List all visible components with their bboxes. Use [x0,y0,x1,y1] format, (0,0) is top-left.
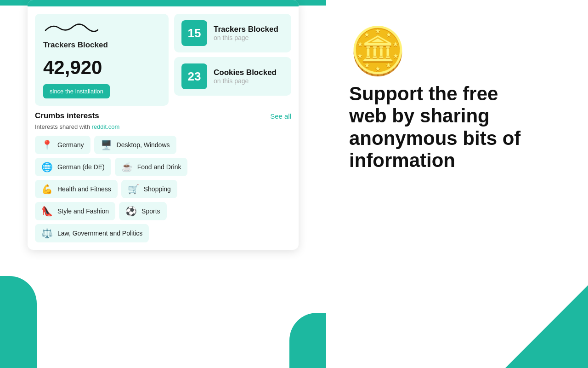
german-label: German (de DE) [57,163,105,171]
trackers-page-title: Trackers Blocked [214,25,278,34]
germany-label: Germany [57,141,84,149]
food-label: Food and Drink [137,163,181,171]
interest-row-3: 💪 Health and Fitness 🛒 Shopping [35,180,291,198]
interests-header: Crumbs interests See all [35,111,291,121]
interests-site: reddit.com [92,123,120,130]
teal-corner-decoration [505,285,588,368]
card-top-bar [28,0,299,6]
stats-row: Trackers Blocked 42,920 since the instal… [35,14,291,106]
interest-tag-food: ☕ Food and Drink [115,158,188,176]
health-icon: 💪 [41,184,53,194]
trackers-page-number: 15 [181,20,207,46]
cookies-page-text: Cookies Blocked on this page [214,68,277,85]
interest-tag-german: 🌐 German (de DE) [35,158,111,176]
sports-label: Sports [141,207,160,215]
trackers-page-text: Trackers Blocked on this page [214,25,278,41]
interest-tag-germany: 📍 Germany [35,136,90,154]
since-installation-button[interactable]: since the installation [43,84,110,98]
cookies-page-number: 23 [181,63,207,89]
interest-row-2: 🌐 German (de DE) ☕ Food and Drink [35,158,291,176]
interest-tag-sports: ⚽ Sports [119,202,166,220]
trackers-total-number: 42,920 [43,57,160,79]
interest-tags-container: 📍 Germany 🖥️ Desktop, Windows 🌐 German (… [35,136,291,242]
interest-row-4: 👠 Style and Fashion ⚽ Sports [35,202,291,220]
fashion-label: Style and Fashion [57,207,109,215]
interest-row-5: ⚖️ Law, Government and Politics [35,224,291,242]
see-all-link[interactable]: See all [270,112,291,120]
teal-bottom-right [289,313,326,368]
interest-tag-health: 💪 Health and Fitness [35,180,118,198]
shopping-label: Shopping [144,185,171,193]
interest-row-1: 📍 Germany 🖥️ Desktop, Windows [35,136,291,154]
interest-tag-desktop: 🖥️ Desktop, Windows [94,136,176,154]
fashion-icon: 👠 [41,207,53,216]
trackers-label: Trackers Blocked [43,40,160,50]
interests-subtitle: Interests shared with reddit.com [35,123,291,130]
wave-icon [43,21,98,35]
support-text: Support the free web by sharing anonymou… [349,83,524,172]
shopping-icon: 🛒 [128,184,139,194]
coins-emoji: 🪙 [349,28,407,74]
main-card: Trackers Blocked 42,920 since the instal… [28,0,299,250]
law-icon: ⚖️ [41,229,53,238]
law-label: Law, Government and Politics [57,230,142,237]
interests-section: Crumbs interests See all Interests share… [35,111,291,242]
teal-bottom-left [0,276,37,368]
trackers-total-block: Trackers Blocked 42,920 since the instal… [35,14,169,106]
interest-tag-shopping: 🛒 Shopping [121,180,177,198]
cookies-page-title: Cookies Blocked [214,68,277,77]
page-stats-column: 15 Trackers Blocked on this page 23 Cook… [174,14,291,106]
desktop-icon: 🖥️ [101,140,112,150]
trackers-page-subtitle: on this page [214,34,278,41]
interest-tag-fashion: 👠 Style and Fashion [35,202,115,220]
right-panel: 🪙💰 🪙 Support the free web by sharing ano… [326,0,588,368]
cookies-page-badge: 23 Cookies Blocked on this page [174,57,291,96]
sports-icon: ⚽ [125,207,137,216]
germany-icon: 📍 [41,140,53,150]
food-icon: ☕ [121,162,133,172]
interest-tag-law: ⚖️ Law, Government and Politics [35,224,149,242]
german-icon: 🌐 [41,162,53,172]
trackers-page-badge: 15 Trackers Blocked on this page [174,14,291,52]
left-panel: Trackers Blocked 42,920 since the instal… [0,0,326,368]
health-label: Health and Fitness [57,185,111,193]
cookies-page-subtitle: on this page [214,77,277,85]
interests-title: Crumbs interests [35,111,99,121]
desktop-label: Desktop, Windows [117,141,170,149]
